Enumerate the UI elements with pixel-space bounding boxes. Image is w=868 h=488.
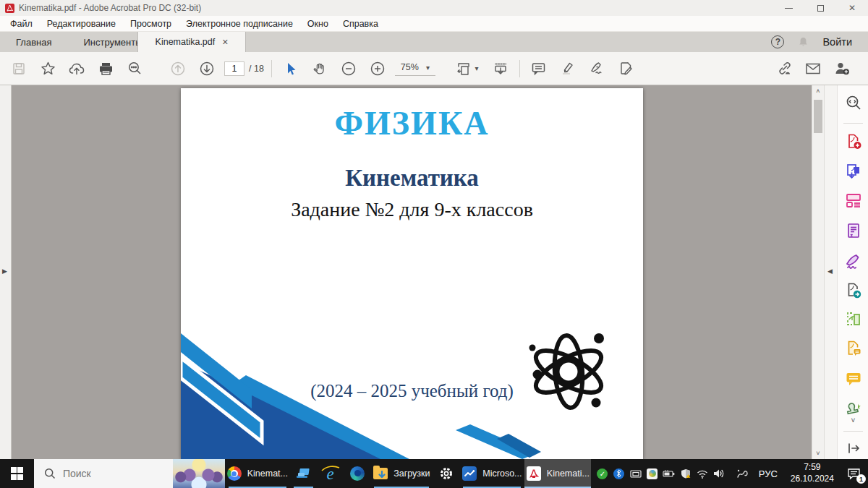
windows-logo-icon (11, 467, 24, 480)
comment-tool-icon[interactable] (843, 369, 863, 388)
zoom-out-button[interactable] (334, 56, 363, 82)
right-panel-strip[interactable]: ◀ (824, 85, 837, 459)
acrobat-app-icon (5, 4, 14, 13)
add-user-button[interactable] (827, 56, 856, 82)
email-button[interactable] (799, 56, 827, 82)
taskbar-explorer-pc[interactable] (290, 459, 317, 488)
tray-app-icon[interactable] (645, 459, 659, 488)
expand-left-panel-icon[interactable]: ▶ (2, 267, 7, 275)
tray-sync-check-icon[interactable]: ✓ (595, 459, 609, 488)
tab-home[interactable]: Главная (0, 32, 67, 52)
sign-button[interactable] (582, 56, 611, 82)
export-pdf-icon[interactable] (843, 161, 863, 181)
close-tab-icon[interactable]: × (222, 37, 228, 47)
restore-icon (817, 5, 824, 12)
zoom-level-value: 75% (401, 62, 419, 72)
taskbar: Kinemat... e Загрузки Microso... (0, 459, 868, 488)
page-number-input[interactable] (224, 61, 244, 76)
menu-view[interactable]: Просмотр (123, 16, 179, 31)
taskbar-internet-explorer[interactable]: e (317, 459, 344, 488)
taskbar-acrobat-window[interactable]: Kinemati... (524, 459, 591, 488)
send-file-icon[interactable] (843, 281, 863, 300)
left-panel-strip[interactable]: ▶ (0, 85, 12, 459)
menu-help[interactable]: Справка (336, 16, 386, 31)
stamp-tool-icon[interactable] (843, 398, 863, 417)
menu-window[interactable]: Окно (300, 16, 336, 31)
save-button[interactable] (4, 56, 33, 82)
print-button[interactable] (91, 56, 120, 82)
scrollbar-thumb[interactable] (814, 100, 822, 133)
star-button[interactable] (33, 56, 62, 82)
taskbar-chrome-label: Kinemat... (247, 468, 288, 479)
zoom-in-button[interactable] (363, 56, 392, 82)
office-app-icon (462, 466, 477, 481)
tab-document[interactable]: Kinematika.pdf × (137, 32, 246, 52)
hand-tool-button[interactable] (305, 56, 334, 82)
select-tool-button[interactable] (276, 56, 305, 82)
document-area: ▶ ФИЗИКА Кинематика Задание №2 для 9-х к… (0, 85, 868, 459)
taskbar-chrome-window[interactable]: Kinemat... (225, 459, 290, 488)
scroll-down-icon[interactable]: ˅ (812, 448, 824, 459)
vertical-scrollbar[interactable]: ˄ ˅ (812, 85, 824, 459)
fill-sign-tool-icon[interactable] (843, 251, 863, 270)
tools-sidebar: ˅ (837, 85, 868, 459)
edge-icon (350, 466, 365, 481)
pdf-page[interactable]: ФИЗИКА Кинематика Задание №2 для 9-х кла… (181, 88, 643, 459)
scroll-up-icon[interactable]: ˄ (812, 85, 824, 97)
taskbar-downloads-window[interactable]: Загрузки (370, 459, 433, 488)
taskbar-search[interactable] (34, 459, 225, 488)
share-cloud-button[interactable] (62, 56, 91, 82)
collapse-right-panel-icon[interactable]: ◀ (827, 267, 833, 275)
language-indicator[interactable]: РУС (752, 459, 785, 488)
tray-battery-icon[interactable] (662, 459, 676, 488)
share-link-button[interactable] (770, 56, 799, 82)
close-button[interactable]: ✕ (836, 0, 868, 16)
page-scrolling-button[interactable] (486, 56, 515, 82)
next-page-button[interactable] (192, 56, 221, 82)
window-controls: ✕ (773, 0, 868, 16)
tray-security-shield-icon[interactable] (678, 459, 692, 488)
edit-pdf-icon[interactable] (843, 221, 863, 240)
menu-esign[interactable]: Электронное подписание (179, 16, 300, 31)
tray-volume-icon[interactable] (712, 459, 726, 488)
menu-file[interactable]: Файл (3, 16, 40, 31)
organize-pages-icon[interactable] (843, 190, 863, 210)
page-ribbon-decoration (181, 314, 643, 459)
doc-title: ФИЗИКА (181, 104, 643, 142)
taskbar-settings[interactable] (433, 459, 459, 488)
taskbar-edge[interactable] (344, 459, 370, 488)
search-button[interactable] (120, 56, 149, 82)
zoom-level-dropdown[interactable]: 75% ▾ (395, 61, 435, 76)
tray-cast-icon[interactable] (629, 459, 642, 488)
clock[interactable]: 7:59 26.10.2024 (785, 459, 840, 488)
highlight-button[interactable] (553, 56, 582, 82)
taskbar-office-window[interactable]: Microso... (459, 459, 524, 488)
help-icon[interactable]: ? (771, 35, 784, 48)
tray-wifi-icon[interactable] (695, 459, 709, 488)
expand-tools-panel-icon[interactable] (843, 438, 863, 458)
bell-icon[interactable] (797, 36, 809, 48)
fit-width-dropdown[interactable]: ▾ (448, 56, 486, 82)
search-input[interactable] (63, 468, 157, 479)
start-button[interactable] (0, 459, 34, 488)
request-signatures-icon[interactable] (843, 338, 863, 358)
action-center-button[interactable]: 1 (840, 459, 868, 488)
restore-button[interactable] (804, 0, 836, 16)
create-pdf-icon[interactable] (843, 132, 863, 151)
search-tools-icon[interactable] (843, 93, 863, 112)
previous-page-button[interactable] (163, 56, 192, 82)
notification-badge: 1 (856, 474, 866, 484)
more-tools-chevron-icon[interactable]: ˅ (838, 416, 868, 424)
minimize-button[interactable] (773, 0, 804, 16)
search-highlight-image[interactable] (173, 459, 225, 488)
sign-in-button[interactable]: Войти (822, 36, 852, 48)
tray-bluetooth-icon[interactable] (612, 459, 626, 488)
acrobat-taskbar-icon (527, 466, 541, 481)
system-tray: ✓ (594, 459, 727, 488)
fill-sign-button[interactable] (611, 56, 640, 82)
menu-edit[interactable]: Редактирование (40, 16, 123, 31)
taskbar-downloads-label: Загрузки (393, 468, 430, 479)
crop-pages-icon[interactable] (843, 309, 863, 329)
comment-button[interactable] (524, 56, 553, 82)
tray-usb-icon[interactable] (734, 459, 751, 488)
